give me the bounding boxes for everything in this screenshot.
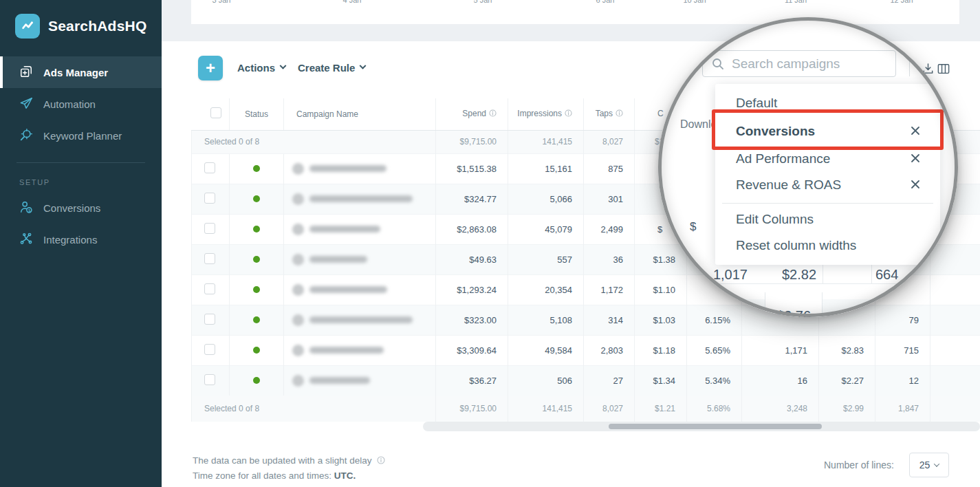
campaign-name-cell[interactable] [284, 375, 435, 387]
horizontal-scrollbar-track[interactable] [423, 422, 980, 431]
number-of-lines-select[interactable]: 25 [909, 453, 949, 477]
row-checkbox[interactable] [204, 374, 215, 385]
actions-dropdown-button[interactable]: Actions [237, 62, 285, 74]
campaign-avatar [292, 314, 304, 326]
campaign-name-redacted [309, 316, 413, 323]
row-checkbox[interactable] [204, 314, 215, 325]
row-checkbox[interactable] [204, 193, 215, 204]
svg-text:$: $ [28, 207, 31, 212]
sidebar-item-ads-manager[interactable]: Ads Manager [0, 56, 162, 88]
column-header-spend[interactable]: Spend [436, 98, 508, 130]
create-rule-dropdown-button[interactable]: Create Rule [298, 62, 365, 74]
chart-tick: 10 Jan [683, 0, 706, 4]
status-dot-active [253, 316, 260, 323]
campaign-name-cell[interactable] [284, 224, 435, 235]
setup-section-label: SETUP [0, 178, 162, 186]
sidebar-item-label: Conversions [43, 202, 100, 214]
campaign-name-redacted [309, 165, 386, 172]
campaign-name-cell[interactable] [284, 284, 435, 296]
chevron-down-icon [280, 63, 287, 69]
chart-tick: 4 Jan [343, 0, 362, 4]
campaign-name-redacted [309, 226, 380, 232]
chart-tick: 3 Jan [213, 0, 231, 4]
footer-notes: The data can be updated with a slight de… [193, 453, 385, 483]
campaign-avatar [292, 345, 304, 356]
status-dot-active [253, 226, 260, 232]
table-row[interactable]: $3,309.64 49,584 2,803 $1.18 5.65% 1,171… [192, 335, 980, 365]
chevron-down-icon [360, 63, 367, 69]
campaign-name-redacted [309, 256, 367, 263]
info-icon[interactable] [616, 109, 623, 119]
info-icon[interactable] [377, 454, 385, 468]
sidebar-item-integrations[interactable]: Integrations [0, 224, 162, 255]
sidebar-item-label: Automation [43, 98, 96, 110]
campaign-name-cell[interactable] [284, 254, 435, 266]
table-row[interactable]: $36.27 506 27 $1.34 5.34% 16 $2.27 12 [192, 365, 980, 396]
campaign-name-redacted [309, 347, 384, 354]
brand-logo-icon [15, 14, 40, 39]
row-checkbox[interactable] [204, 223, 215, 234]
chart-card-bottom: 3 Jan 4 Jan 5 Jan 6 Jan 10 Jan 11 Jan 12… [191, 0, 959, 24]
menu-item-ad-performance[interactable]: Ad Performance [736, 151, 830, 166]
table-row[interactable]: $323.00 5,108 314 $1.03 6.15% 79 [192, 305, 980, 335]
sidebar-item-keyword-planner[interactable]: Keyword Planner [0, 120, 162, 151]
network-icon [19, 232, 33, 248]
campaign-name-cell[interactable] [284, 345, 435, 356]
sidebar-item-automation[interactable]: Automation [0, 88, 162, 120]
sidebar-item-conversions[interactable]: $ Conversions [0, 192, 162, 224]
sidebar-item-label: Integrations [43, 234, 97, 246]
ads-manager-icon [19, 65, 33, 80]
brand-name: SearchAdsHQ [48, 18, 146, 34]
brand-logo[interactable]: SearchAdsHQ [0, 0, 162, 52]
column-header-taps[interactable]: Taps [584, 98, 635, 130]
magnifier-lens: Downloads $ 1,017 $2.82 664 $2.76 Defaul… [658, 17, 958, 317]
menu-item-revenue-roas[interactable]: Revenue & ROAS [736, 177, 841, 193]
search-campaigns-input[interactable] [732, 56, 883, 72]
menu-item-reset-column-widths[interactable]: Reset column widths [736, 238, 856, 253]
chart-tick: 11 Jan [785, 0, 807, 4]
target-icon [19, 128, 33, 144]
selected-count: Selected 0 of 8 [192, 130, 436, 153]
chevron-down-icon [934, 461, 939, 466]
columns-icon[interactable] [937, 63, 950, 77]
status-dot-active [253, 377, 260, 384]
selected-count: Selected 0 of 8 [192, 396, 436, 422]
app-window: SearchAdsHQ Ads Manager Automation Keywo… [0, 0, 980, 487]
row-checkbox[interactable] [204, 253, 215, 264]
chart-tick: 6 Jan [596, 0, 615, 4]
info-icon[interactable] [565, 109, 572, 119]
column-header-impressions[interactable]: Impressions [508, 98, 584, 130]
horizontal-scrollbar-thumb[interactable] [609, 424, 822, 429]
campaign-avatar [292, 284, 304, 296]
row-checkbox[interactable] [204, 162, 215, 173]
column-header-status[interactable]: Status [230, 98, 284, 130]
menu-item-edit-columns[interactable]: Edit Columns [736, 212, 814, 227]
campaign-avatar [292, 375, 304, 387]
menu-item-conversions[interactable]: Conversions [736, 124, 815, 139]
campaign-name-cell[interactable] [284, 163, 435, 175]
sidebar-item-label: Ads Manager [43, 67, 108, 78]
campaign-avatar [292, 224, 304, 235]
magnified-cpa-value: $2.82 [782, 267, 816, 283]
select-all-checkbox[interactable] [210, 107, 221, 118]
create-rule-label: Create Rule [298, 62, 355, 74]
campaign-name-cell[interactable] [284, 193, 435, 205]
campaign-name-cell[interactable] [284, 314, 435, 326]
number-of-lines-label: Number of lines: [824, 459, 894, 470]
chart-tick: 12 Jan [890, 0, 913, 4]
paper-plane-icon [19, 96, 33, 112]
row-checkbox[interactable] [204, 344, 215, 355]
person-dollar-icon: $ [19, 200, 33, 216]
row-checkbox[interactable] [204, 283, 215, 294]
search-campaigns-box[interactable] [702, 50, 896, 77]
menu-item-default[interactable]: Default [736, 96, 777, 111]
summary-row-bottom: Selected 0 of 8 $9,715.00 141,415 8,027 … [192, 396, 980, 422]
plus-icon: + [206, 58, 215, 78]
status-dot-active [253, 195, 260, 202]
status-dot-active [253, 286, 260, 293]
menu-divider [722, 203, 933, 204]
add-campaign-button[interactable]: + [198, 56, 223, 80]
info-icon[interactable] [489, 109, 497, 119]
column-header-campaign-name[interactable]: Campaign Name [284, 98, 436, 130]
search-icon [711, 57, 725, 71]
